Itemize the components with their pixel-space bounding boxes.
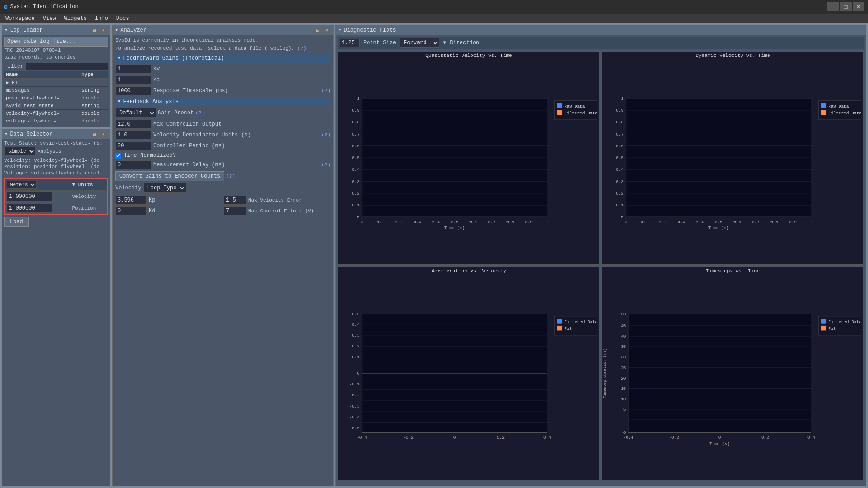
plot-quasistatic-velocity: Quasistatic Velocity vs. Time: [338, 51, 600, 265]
timescale-input[interactable]: [115, 86, 151, 95]
gain-preset-select[interactable]: Default: [115, 108, 156, 118]
point-size-input[interactable]: [340, 39, 360, 47]
data-selector-header: ▼ Data Selector ⊟ ✕: [2, 130, 110, 139]
ka-input[interactable]: [115, 75, 151, 84]
svg-text:0: 0: [361, 220, 363, 225]
menu-info[interactable]: Info: [91, 14, 112, 23]
table-row[interactable]: messages string: [4, 87, 108, 94]
svg-text:0.5: 0.5: [352, 312, 359, 317]
svg-text:0: 0: [357, 215, 360, 220]
svg-text:1: 1: [621, 96, 624, 101]
log-loader-float-button[interactable]: ⊟: [91, 27, 98, 33]
analyzer-float-button[interactable]: ⊟: [314, 27, 321, 33]
max-output-input[interactable]: [115, 120, 151, 129]
svg-text:0.4: 0.4: [432, 220, 440, 225]
table-row[interactable]: position-flywheel- double: [4, 94, 108, 102]
data-selector-close-button[interactable]: ✕: [100, 131, 107, 137]
sysid-info-line2: To analyze recorded test data, select a …: [115, 46, 330, 51]
vel-denom-help[interactable]: (?): [321, 132, 330, 138]
timescale-help[interactable]: (?): [321, 88, 330, 94]
menu-view[interactable]: View: [39, 14, 60, 23]
max-effort-input[interactable]: [224, 206, 246, 216]
plot2-svg: 1 0.9 0.8 0.7 0.6 0.5 0.4 0.3 0.2 0.1 0 …: [602, 61, 863, 264]
menu-widgets[interactable]: Widgets: [61, 14, 90, 23]
table-row[interactable]: sysid-test-state- string: [4, 102, 108, 110]
data-selector-float-button[interactable]: ⊟: [91, 131, 98, 137]
svg-text:20: 20: [621, 376, 626, 381]
data-selector-header-left: ▼ Data Selector: [5, 131, 52, 137]
collapse-icon: ▼: [5, 132, 7, 136]
ctrl-period-input[interactable]: [115, 141, 151, 150]
dp-collapse-icon: ▼: [339, 28, 341, 33]
kv-label: Kv: [153, 66, 330, 72]
load-button[interactable]: Load: [4, 217, 29, 227]
svg-text:0.7: 0.7: [488, 220, 495, 225]
log-loader-controls: ⊟ ✕: [91, 27, 107, 33]
convert-btn-row: Convert Gains to Encoder Counts (?): [115, 171, 330, 181]
analyzer-column: ▼ Analyzer ⊟ ✕ SysId is currently in the…: [112, 25, 334, 486]
units-select-cell[interactable]: Meters: [5, 179, 70, 191]
units-select[interactable]: Meters: [7, 181, 37, 189]
main-layout: ▼ Log Loader ⊟ ✕ Open data log file... F…: [0, 23, 868, 488]
svg-text:0.3: 0.3: [616, 179, 623, 184]
meas-delay-input[interactable]: [115, 160, 151, 169]
units-header-label: ▼ Units: [70, 179, 108, 191]
timescale-row: Response Timescale (ms) (?): [115, 86, 330, 95]
svg-text:0.2: 0.2: [497, 435, 505, 440]
minimize-button[interactable]: ─: [827, 2, 839, 11]
menu-docs[interactable]: Docs: [113, 14, 133, 23]
log-loader-close-button[interactable]: ✕: [100, 27, 107, 33]
collapse-icon: ▼: [115, 28, 118, 33]
svg-text:0.2: 0.2: [352, 191, 359, 196]
loop-type-select[interactable]: Loop Type: [143, 183, 186, 193]
menu-workspace[interactable]: Workspace: [2, 14, 38, 23]
point-size-label: Point Size: [363, 40, 396, 46]
maximize-button[interactable]: □: [840, 2, 852, 11]
svg-text:0.8: 0.8: [506, 220, 514, 225]
kd-input[interactable]: [115, 206, 147, 216]
svg-text:0.9: 0.9: [352, 108, 359, 113]
row-name: sysid-test-state-: [4, 102, 80, 110]
loop-type-value: Velocity: [115, 185, 142, 191]
plot3-title: Acceleration vs. Velocity: [338, 267, 599, 275]
kv-input[interactable]: [115, 65, 151, 74]
log-table-body: ▶ NT messages string position-flywheel- …: [4, 79, 108, 125]
svg-text:25: 25: [621, 366, 626, 371]
meas-delay-help[interactable]: (?): [321, 162, 330, 168]
analysis-type-select[interactable]: Simple: [4, 147, 36, 156]
svg-text:0: 0: [621, 215, 624, 220]
svg-text:35: 35: [621, 344, 626, 349]
svg-text:-0.5: -0.5: [349, 426, 360, 431]
svg-text:1: 1: [357, 96, 360, 101]
open-log-button[interactable]: Open data log file...: [4, 37, 108, 47]
sysid-help-link[interactable]: (?): [297, 46, 307, 51]
gain-preset-help[interactable]: (?): [195, 110, 204, 116]
time-normalized-checkbox[interactable]: [115, 153, 121, 159]
max-vel-input[interactable]: [224, 196, 246, 205]
feedforward-section-header: ▼ Feedforward Gains (Theoretical): [115, 54, 330, 63]
filter-input[interactable]: [25, 63, 108, 70]
table-row[interactable]: velocity-flywheel- double: [4, 110, 108, 117]
kp-input[interactable]: [115, 196, 147, 205]
svg-text:0.4: 0.4: [807, 435, 815, 440]
direction-select[interactable]: Forward Backward: [400, 38, 439, 48]
plot4-svg: 50 45 40 35 30 25 20 15 10 5 0: [602, 276, 863, 480]
time-normalized-row: Time-Normalized?: [115, 152, 330, 159]
ka-label: Ka: [153, 77, 330, 83]
row-type: double: [80, 94, 108, 102]
close-button[interactable]: ✕: [853, 2, 864, 11]
convert-help[interactable]: (?): [226, 174, 235, 179]
velocity-scale-input[interactable]: [7, 192, 52, 201]
col-name: Name: [4, 71, 80, 79]
vel-denom-input[interactable]: [115, 131, 151, 140]
svg-text:0: 0: [357, 371, 360, 376]
analyzer-close-button[interactable]: ✕: [323, 27, 330, 33]
svg-text:0.5: 0.5: [352, 155, 359, 160]
convert-button[interactable]: Convert Gains to Encoder Counts: [115, 171, 224, 181]
analyzer-body: SysId is currently in theoretical analys…: [113, 35, 333, 220]
diag-plots-header: ▼ Diagnostic Plots: [336, 26, 866, 35]
position-scale-input[interactable]: [7, 204, 52, 213]
app-title: System Identification: [10, 4, 78, 10]
table-row[interactable]: ▶ NT: [4, 79, 108, 87]
table-row[interactable]: voltage-flywheel- double: [4, 117, 108, 125]
